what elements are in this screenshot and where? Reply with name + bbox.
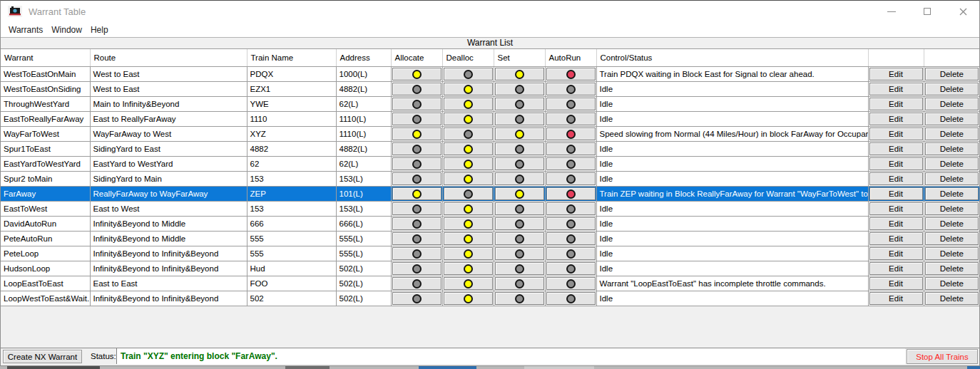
table-row[interactable]: WestToEastOnMain West to East PDQX 1000(…: [1, 67, 979, 82]
set-button[interactable]: [495, 128, 544, 140]
dealloc-button[interactable]: [444, 247, 493, 260]
edit-button[interactable]: Edit: [869, 83, 923, 95]
set-button[interactable]: [495, 157, 544, 170]
cell-warrant[interactable]: EastYardToWestYard: [1, 157, 90, 172]
cell-route[interactable]: Infinity&Beyond to Middle: [90, 217, 247, 232]
menu-warrants[interactable]: Warrants: [5, 25, 46, 35]
cell-train-name[interactable]: ZEP: [247, 187, 336, 202]
col-header-allocate[interactable]: Allocate: [391, 49, 442, 67]
table-row[interactable]: HudsonLoop Infinity&Beyond to Infinity&B…: [1, 261, 979, 276]
edit-button[interactable]: Edit: [869, 277, 923, 290]
cell-train-name[interactable]: YWE: [247, 97, 336, 112]
delete-button[interactable]: Delete: [925, 142, 979, 155]
set-button[interactable]: [495, 232, 544, 245]
edit-button[interactable]: Edit: [869, 247, 923, 260]
cell-warrant[interactable]: Spur1ToEast: [1, 142, 90, 157]
cell-warrant[interactable]: FarAway: [1, 187, 90, 202]
cell-address[interactable]: 1000(L): [336, 67, 391, 82]
cell-warrant[interactable]: EastToReallyFarAway: [1, 112, 90, 127]
set-button[interactable]: [495, 68, 544, 80]
dealloc-button[interactable]: [444, 68, 493, 80]
cell-address[interactable]: 153(L): [336, 202, 391, 217]
dealloc-button[interactable]: [444, 217, 493, 230]
table-row[interactable]: ThroughWestYard Main to Infinity&Beyond …: [1, 97, 979, 112]
table-row[interactable]: EastToWest East to West 153 153(L) Idle: [1, 202, 979, 217]
cell-warrant[interactable]: PeteLoop: [1, 246, 90, 261]
edit-button[interactable]: Edit: [869, 262, 923, 275]
allocate-button[interactable]: [392, 128, 441, 140]
allocate-button[interactable]: [392, 232, 441, 245]
set-button[interactable]: [495, 277, 544, 290]
cell-train-name[interactable]: 666: [247, 217, 336, 232]
menu-help[interactable]: Help: [87, 25, 112, 35]
dealloc-button[interactable]: [444, 232, 493, 245]
delete-button[interactable]: Delete: [925, 217, 979, 230]
autorun-button[interactable]: [546, 157, 596, 170]
dealloc-button[interactable]: [444, 262, 493, 275]
autorun-button[interactable]: [546, 142, 596, 155]
cell-warrant[interactable]: LoopEastToEast: [1, 276, 90, 291]
cell-address[interactable]: 4882(L): [336, 82, 391, 97]
dealloc-button[interactable]: [444, 142, 493, 155]
cell-train-name[interactable]: Hud: [247, 261, 336, 276]
cell-train-name[interactable]: FOO: [247, 276, 336, 291]
table-row[interactable]: WayFarToWest WayFarAway to West XYZ 1110…: [1, 127, 979, 142]
allocate-button[interactable]: [392, 68, 441, 80]
cell-route[interactable]: Infinity&Beyond to Infinity&Beyond: [90, 246, 247, 261]
autorun-button[interactable]: [546, 128, 596, 140]
table-row[interactable]: EastYardToWestYard EastYard to WestYard …: [1, 157, 979, 172]
edit-button[interactable]: Edit: [869, 113, 923, 125]
col-header-address[interactable]: Address: [336, 49, 391, 67]
cell-train-name[interactable]: PDQX: [247, 67, 336, 82]
cell-route[interactable]: SidingYard to Main: [90, 172, 247, 187]
create-nx-warrant-button[interactable]: Create NX Warrant: [3, 350, 82, 363]
edit-button[interactable]: Edit: [869, 98, 923, 110]
dealloc-button[interactable]: [444, 83, 493, 95]
dealloc-button[interactable]: [444, 292, 493, 305]
autorun-button[interactable]: [546, 113, 596, 125]
edit-button[interactable]: Edit: [869, 68, 923, 80]
col-header-train-name[interactable]: Train Name: [247, 49, 336, 67]
delete-button[interactable]: Delete: [925, 157, 979, 170]
edit-button[interactable]: Edit: [869, 217, 923, 230]
delete-button[interactable]: Delete: [925, 247, 979, 260]
set-button[interactable]: [495, 187, 544, 200]
delete-button[interactable]: Delete: [925, 128, 979, 140]
cell-route[interactable]: Infinity&Beyond to Infinity&Beyond: [90, 291, 247, 306]
col-header-warrant[interactable]: Warrant: [1, 49, 90, 67]
edit-button[interactable]: Edit: [869, 232, 923, 245]
table-row[interactable]: LoopEastToEast East to East FOO 502(L) W…: [1, 276, 979, 291]
cell-route[interactable]: West to East: [90, 67, 247, 82]
autorun-button[interactable]: [546, 172, 596, 185]
cell-train-name[interactable]: 153: [247, 172, 336, 187]
title-bar[interactable]: Warrant Table: [1, 1, 979, 22]
autorun-button[interactable]: [546, 247, 596, 260]
cell-route[interactable]: East to East: [90, 276, 247, 291]
autorun-button[interactable]: [546, 217, 596, 230]
cell-warrant[interactable]: ThroughWestYard: [1, 97, 90, 112]
edit-button[interactable]: Edit: [869, 172, 923, 185]
cell-route[interactable]: West to East: [90, 82, 247, 97]
cell-train-name[interactable]: 502: [247, 291, 336, 306]
dealloc-button[interactable]: [444, 277, 493, 290]
menu-window[interactable]: Window: [48, 25, 86, 35]
cell-route[interactable]: Main to Infinity&Beyond: [90, 97, 247, 112]
autorun-button[interactable]: [546, 277, 596, 290]
allocate-button[interactable]: [392, 83, 441, 95]
autorun-button[interactable]: [546, 187, 596, 200]
autorun-button[interactable]: [546, 202, 596, 215]
edit-button[interactable]: Edit: [869, 157, 923, 170]
status-field[interactable]: Train "XYZ" entering block "FarAway".: [116, 348, 905, 364]
table-row[interactable]: PeteLoop Infinity&Beyond to Infinity&Bey…: [1, 246, 979, 261]
set-button[interactable]: [495, 142, 544, 155]
set-button[interactable]: [495, 98, 544, 110]
cell-address[interactable]: 62(L): [336, 157, 391, 172]
allocate-button[interactable]: [392, 262, 441, 275]
col-header-autorun[interactable]: AutoRun: [545, 49, 596, 67]
set-button[interactable]: [495, 292, 544, 305]
delete-button[interactable]: Delete: [925, 292, 979, 305]
table-row[interactable]: EastToReallyFarAway East to ReallyFarAwa…: [1, 112, 979, 127]
edit-button[interactable]: Edit: [869, 142, 923, 155]
dealloc-button[interactable]: [444, 172, 493, 185]
delete-button[interactable]: Delete: [925, 277, 979, 290]
